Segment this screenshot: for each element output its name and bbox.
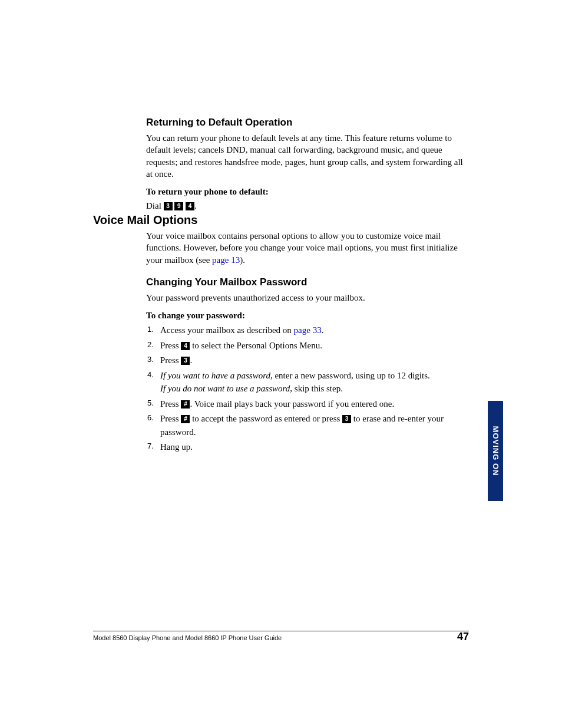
keycap-3b: 3 (342, 415, 351, 423)
lead-return-default: To return your phone to default: (146, 186, 464, 197)
s4a: enter a new password, using up to 12 dig… (273, 371, 430, 380)
page-number: 47 (457, 631, 469, 643)
keycap-4: 4 (181, 342, 190, 350)
vm-para-b: ). (240, 255, 245, 265)
step-7: Hang up. (159, 440, 464, 454)
para-returning-default: You can return your phone to default lev… (146, 132, 464, 180)
step-5: Press #. Voice mail plays back your pass… (159, 397, 464, 411)
section-tab-label: MOVING ON (491, 426, 500, 476)
step-3: Press 3. (159, 354, 464, 367)
link-page-13[interactable]: page 13 (212, 255, 240, 265)
link-page-33[interactable]: page 33 (294, 325, 322, 335)
heading-returning-default: Returning to Default Operation (146, 117, 464, 129)
content-area: Returning to Default Operation You can r… (146, 117, 464, 220)
page: Returning to Default Operation You can r… (0, 0, 562, 728)
dial-suffix: . (194, 201, 197, 210)
dial-line: Dial 3 9 4. (146, 200, 464, 212)
footer-title: Model 8560 Display Phone and Model 8660 … (93, 634, 282, 641)
keycap-3: 3 (164, 202, 173, 210)
s7: Hang up. (160, 442, 193, 452)
s4i2: If you do not want to use a password, (160, 384, 292, 393)
heading-voice-mail-options: Voice Mail Options (93, 213, 470, 227)
vm-para-a: Your voice mailbox contains personal opt… (146, 231, 458, 265)
lead-change-password: To change your password: (146, 309, 464, 321)
para-password: Your password prevents unauthorized acce… (146, 292, 464, 304)
step-2: Press 4 to select the Personal Options M… (159, 339, 464, 353)
footer-rule (93, 631, 469, 631)
s6b: to accept the password as entered or pre… (190, 414, 342, 423)
section-tab: MOVING ON (488, 401, 503, 501)
keycap-9: 9 (174, 202, 183, 210)
s6a: Press (160, 414, 181, 423)
keycap-3: 3 (181, 357, 190, 365)
s5b: . Voice mail plays back your password if… (190, 399, 394, 409)
steps-list: Access your mailbox as described on page… (146, 324, 464, 454)
step-1: Access your mailbox as described on page… (159, 324, 464, 337)
s4i1: If you want to have a password, (160, 371, 273, 380)
s3b: . (190, 355, 192, 365)
s1b: . (322, 325, 324, 335)
para-voice-mail: Your voice mailbox contains personal opt… (146, 230, 464, 266)
s3a: Press (160, 355, 181, 365)
keycap-hash: # (181, 415, 190, 423)
voice-mail-body: Your voice mailbox contains personal opt… (146, 230, 464, 456)
step-6: Press # to accept the password as entere… (159, 412, 464, 439)
dial-prefix: Dial (146, 201, 164, 210)
keycap-4: 4 (186, 202, 194, 210)
section-voice-mail: Voice Mail Options (93, 213, 470, 230)
heading-changing-password: Changing Your Mailbox Password (146, 276, 464, 288)
s1a: Access your mailbox as described on (160, 325, 294, 335)
s2a: Press (160, 341, 181, 350)
step-4: If you want to have a password, enter a … (159, 369, 464, 396)
s5a: Press (160, 399, 181, 409)
keycap-hash: # (181, 400, 190, 409)
s4b: skip this step. (292, 384, 343, 393)
s2b: to select the Personal Options Menu. (190, 341, 322, 350)
